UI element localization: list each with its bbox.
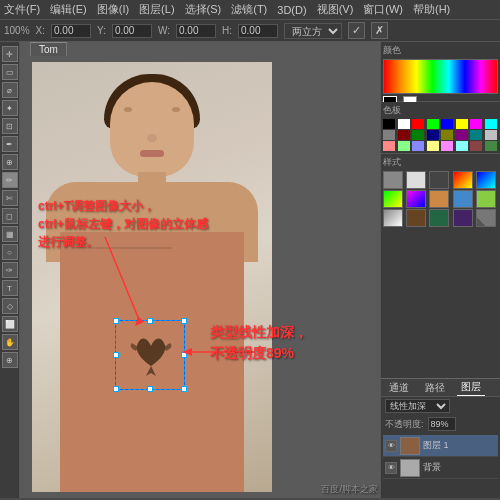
- h-input[interactable]: [238, 24, 278, 38]
- tab-channels[interactable]: 通道: [385, 380, 413, 396]
- swatch[interactable]: [427, 130, 439, 140]
- y-input[interactable]: [112, 24, 152, 38]
- swatch[interactable]: [412, 119, 424, 129]
- swatch[interactable]: [398, 119, 410, 129]
- style-preset[interactable]: [453, 171, 473, 189]
- transform-selection[interactable]: [115, 320, 185, 390]
- style-preset[interactable]: [476, 209, 496, 227]
- menu-edit[interactable]: 编辑(E): [50, 2, 87, 17]
- style-preset[interactable]: [406, 209, 426, 227]
- blend-mode-select[interactable]: 线性加深: [385, 399, 450, 413]
- style-preset[interactable]: [453, 190, 473, 208]
- interpolation-select[interactable]: 两立方: [284, 23, 342, 39]
- magic-wand-tool[interactable]: ✦: [2, 100, 18, 116]
- pen-tool[interactable]: ✑: [2, 262, 18, 278]
- style-preset[interactable]: [383, 190, 403, 208]
- swatch[interactable]: [383, 130, 395, 140]
- layer-item[interactable]: 👁 图层 1: [383, 435, 498, 457]
- eyedropper-tool[interactable]: ✒: [2, 136, 18, 152]
- menu-image[interactable]: 图像(I): [97, 2, 129, 17]
- opacity-label: 不透明度:: [385, 418, 424, 431]
- eraser-tool[interactable]: ◻: [2, 208, 18, 224]
- swatch[interactable]: [485, 130, 497, 140]
- swatch[interactable]: [485, 119, 497, 129]
- swatch[interactable]: [412, 141, 424, 151]
- swatch[interactable]: [456, 119, 468, 129]
- swatch[interactable]: [398, 141, 410, 151]
- w-input[interactable]: [176, 24, 216, 38]
- lasso-tool[interactable]: ⌀: [2, 82, 18, 98]
- menu-layer[interactable]: 图层(L): [139, 2, 174, 17]
- tab-paths[interactable]: 路径: [421, 380, 449, 396]
- handle-mid-left[interactable]: [113, 352, 119, 358]
- zoom-tool[interactable]: ⊕: [2, 352, 18, 368]
- style-preset[interactable]: [453, 209, 473, 227]
- hand-tool[interactable]: ✋: [2, 334, 18, 350]
- swatch[interactable]: [398, 130, 410, 140]
- swatch[interactable]: [427, 119, 439, 129]
- layer-visibility-toggle[interactable]: 👁: [385, 440, 397, 452]
- swatch[interactable]: [456, 141, 468, 151]
- menu-filter[interactable]: 滤镜(T): [231, 2, 267, 17]
- menu-view[interactable]: 视图(V): [317, 2, 354, 17]
- handle-mid-right[interactable]: [181, 352, 187, 358]
- layer-visibility-toggle[interactable]: 👁: [385, 462, 397, 474]
- swatch[interactable]: [470, 119, 482, 129]
- swatch[interactable]: [441, 141, 453, 151]
- document-tab[interactable]: Tom: [30, 42, 67, 56]
- style-preset[interactable]: [383, 209, 403, 227]
- tab-layers[interactable]: 图层: [457, 379, 485, 396]
- confirm-button[interactable]: ✓: [348, 22, 365, 39]
- opacity-input[interactable]: [428, 417, 456, 431]
- style-preset[interactable]: [406, 190, 426, 208]
- type-tool[interactable]: T: [2, 280, 18, 296]
- menu-select[interactable]: 选择(S): [185, 2, 222, 17]
- select-tool[interactable]: ▭: [2, 64, 18, 80]
- style-preset[interactable]: [429, 171, 449, 189]
- menu-3d[interactable]: 3D(D): [277, 4, 306, 16]
- swatch[interactable]: [485, 141, 497, 151]
- canvas-area[interactable]: Tom: [20, 42, 380, 498]
- handle-bottom-left[interactable]: [113, 386, 119, 392]
- color-spectrum[interactable]: [383, 59, 498, 94]
- swatch[interactable]: [427, 141, 439, 151]
- menu-help[interactable]: 帮助(H): [413, 2, 450, 17]
- dodge-tool[interactable]: ○: [2, 244, 18, 260]
- move-tool[interactable]: ✛: [2, 46, 18, 62]
- gradient-tool[interactable]: ▦: [2, 226, 18, 242]
- style-preset[interactable]: [429, 209, 449, 227]
- swatch[interactable]: [470, 141, 482, 151]
- style-preset[interactable]: [429, 190, 449, 208]
- photo-layer: [32, 62, 272, 492]
- shape-tool[interactable]: ⬜: [2, 316, 18, 332]
- handle-top-mid[interactable]: [147, 318, 153, 324]
- cancel-button[interactable]: ✗: [371, 22, 388, 39]
- style-preset[interactable]: [406, 171, 426, 189]
- heal-tool[interactable]: ⊕: [2, 154, 18, 170]
- swatch[interactable]: [383, 141, 395, 151]
- style-preset[interactable]: [476, 190, 496, 208]
- handle-top-right[interactable]: [181, 318, 187, 324]
- x-input[interactable]: [51, 24, 91, 38]
- layers-list: 👁 图层 1 👁 背景: [381, 433, 500, 481]
- menu-file[interactable]: 文件(F): [4, 2, 40, 17]
- clone-tool[interactable]: ✄: [2, 190, 18, 206]
- options-toolbar: 100% X: Y: W: H: 两立方 ✓ ✗: [0, 20, 500, 42]
- brush-tool[interactable]: ✏: [2, 172, 18, 188]
- style-preset[interactable]: [476, 171, 496, 189]
- swatch[interactable]: [441, 119, 453, 129]
- swatch[interactable]: [441, 130, 453, 140]
- swatch[interactable]: [470, 130, 482, 140]
- menu-window[interactable]: 窗口(W): [363, 2, 403, 17]
- crop-tool[interactable]: ⊡: [2, 118, 18, 134]
- path-tool[interactable]: ◇: [2, 298, 18, 314]
- layer-item[interactable]: 👁 背景: [383, 457, 498, 479]
- style-preset[interactable]: [383, 171, 403, 189]
- swatch[interactable]: [383, 119, 395, 129]
- handle-bottom-right[interactable]: [181, 386, 187, 392]
- handle-bottom-mid[interactable]: [147, 386, 153, 392]
- styles-grid: [383, 171, 498, 227]
- swatch[interactable]: [412, 130, 424, 140]
- handle-top-left[interactable]: [113, 318, 119, 324]
- swatch[interactable]: [456, 130, 468, 140]
